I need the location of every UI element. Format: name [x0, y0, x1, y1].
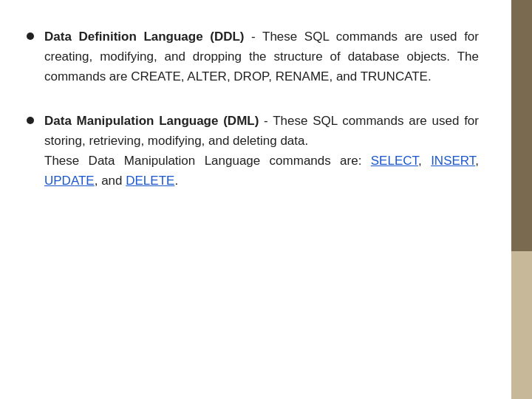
ddl-label: Data Definition Language (DDL) [44, 30, 245, 44]
dml-separator: - [259, 114, 273, 128]
dml-label: Data Manipulation Language (DML) [44, 114, 259, 128]
link-insert[interactable]: INSERT [431, 154, 475, 168]
sidebar [511, 0, 532, 399]
link-select[interactable]: SELECT [371, 154, 418, 168]
bullet-dot-dml [27, 117, 34, 124]
sidebar-bottom [511, 251, 532, 399]
bullet-item-ddl: Data Definition Language (DDL) - These S… [27, 27, 479, 87]
link-delete[interactable]: DELETE [126, 174, 174, 188]
main-content: Data Definition Language (DDL) - These S… [0, 0, 511, 399]
dml-text-line2: These Data Manipulation Language command… [44, 154, 371, 168]
bullet-text-ddl: Data Definition Language (DDL) - These S… [44, 27, 479, 87]
bullet-dot-ddl [27, 33, 34, 40]
bullet-text-dml: Data Manipulation Language (DML) - These… [44, 111, 479, 191]
ddl-separator: - [245, 30, 263, 44]
link-update[interactable]: UPDATE [44, 174, 95, 188]
sidebar-top [511, 0, 532, 251]
bullet-item-dml: Data Manipulation Language (DML) - These… [27, 111, 479, 191]
